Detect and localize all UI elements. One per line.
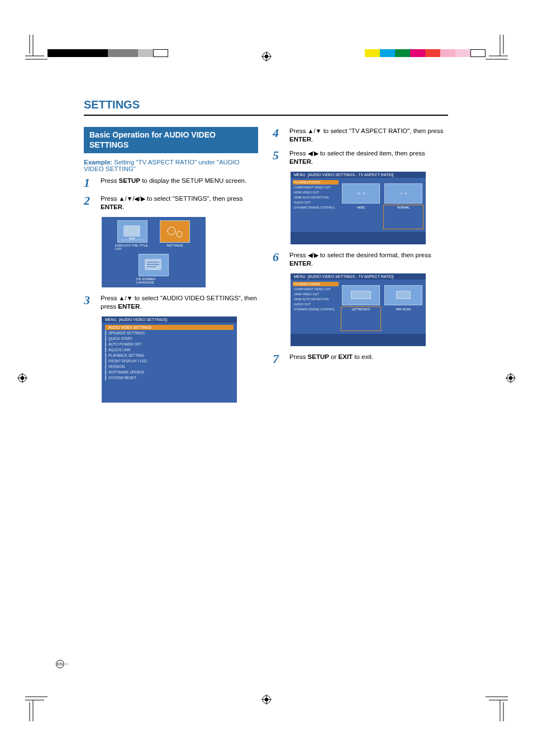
- step-7: 7 Press SETUP or EXIT to exit.: [273, 353, 447, 365]
- svg-rect-33: [129, 238, 135, 239]
- step-body: Press SETUP or EXIT to exit.: [289, 353, 373, 365]
- example-label: Example:: [84, 159, 112, 166]
- osd-footer: [291, 334, 426, 346]
- tile-label: DISPLAYS THE TITLE LIST: [115, 244, 150, 251]
- osd-setup-menu: DISPLAYS THE TITLE LIST SETTINGS: [102, 217, 206, 287]
- crop-mark: [482, 35, 508, 60]
- page-footer: EN -: [56, 660, 68, 668]
- registration-mark-icon: [506, 373, 516, 383]
- osd-left-item: COMPONENT VIDEO OUT: [293, 185, 339, 190]
- option-label: PAN SCAN: [384, 308, 422, 330]
- step-3: 3 Press ▲/▼ to select "AUDIO VIDEO SETTI…: [84, 294, 258, 311]
- option-pane: 16 : 9 4 : 3 WIDE NORMAL: [339, 178, 426, 232]
- option-letterbox: [342, 285, 380, 305]
- tile-label: ON SCREEN LANGUAGE: [136, 277, 171, 284]
- osd-left-item: HDMI VIDEO OUT: [293, 190, 339, 195]
- option-label: WIDE: [342, 206, 380, 228]
- osd-header: MENU [AUDIO VIDEO SETTINGS - TV ASPECT R…: [291, 172, 426, 178]
- osd-left-item: DYNAMIC RANGE CONTROL: [293, 307, 339, 311]
- step-2: 2 Press ▲/▼/◀/▶ to select "SETTINGS", th…: [84, 195, 258, 211]
- step-body: Press ▲/▼/◀/▶ to select "SETTINGS", then…: [101, 195, 258, 211]
- arrow-up-down-icon: ▲/▼: [119, 295, 133, 301]
- osd-left-item: AUDIO OUT: [293, 302, 339, 306]
- osd-aspect-ratio-item: MENU [AUDIO VIDEO SETTINGS - TV ASPECT R…: [291, 172, 426, 244]
- step-number: 7: [273, 353, 283, 365]
- page-dash: -: [66, 660, 68, 667]
- osd-list-item: SYSTEM RESET: [105, 375, 234, 380]
- step-4: 4 Press ▲/▼ to select "TV ASPECT RATIO",…: [273, 127, 447, 144]
- registration-mark-icon: [261, 51, 272, 62]
- osd-left-item: TV ASPECT RATIO: [293, 282, 339, 286]
- arrow-up-down-icon: ▲/▼: [308, 127, 322, 134]
- step-body: Press ◀/▶ to select the desired item, th…: [289, 149, 447, 166]
- subheader: Basic Operation for AUDIO VIDEO SETTINGS: [84, 127, 258, 153]
- lang-badge: EN: [56, 660, 64, 668]
- step-body: Press ◀/▶ to select the desired format, …: [289, 251, 447, 268]
- step-6: 6 Press ◀/▶ to select the desired format…: [273, 251, 447, 268]
- tile-label: SETTINGS: [167, 244, 183, 247]
- svg-point-36: [177, 231, 182, 237]
- option-4-3: 4 : 3: [384, 183, 422, 204]
- step-number: 2: [84, 195, 94, 211]
- osd-list-item: AQUOS LINK: [105, 347, 234, 352]
- osd-list-item: PLAYBACK SETTING: [105, 353, 234, 358]
- option-16-9: 16 : 9: [342, 183, 380, 204]
- osd-aspect-ratio-format: MENU [AUDIO VIDEO SETTINGS - TV ASPECT R…: [291, 273, 426, 346]
- osd-header: MENU [AUDIO VIDEO SETTINGS]: [102, 316, 237, 323]
- registration-mark-icon: [17, 373, 27, 383]
- step-1: 1 Press SETUP to display the SETUP MENU …: [84, 177, 258, 189]
- osd-footer: [291, 232, 426, 244]
- osd-list-item: QUICK START: [105, 336, 234, 341]
- step-body: Press ▲/▼ to select "AUDIO VIDEO SETTING…: [101, 294, 258, 311]
- osd-left-item: HDMI AUTO DETECTION: [293, 297, 339, 301]
- page-title: SETTINGS: [84, 98, 448, 116]
- tile-on-screen-language: ON SCREEN LANGUAGE: [136, 254, 171, 284]
- svg-point-35: [168, 227, 175, 235]
- registration-mark-icon: [261, 694, 272, 705]
- osd-header: MENU [AUDIO VIDEO SETTINGS - TV ASPECT R…: [291, 273, 426, 280]
- osd-list-item: AUDIO VIDEO SETTINGS: [105, 325, 234, 330]
- step-number: 5: [273, 149, 283, 166]
- step-number: 3: [84, 294, 94, 311]
- crop-mark: [482, 696, 508, 721]
- step-number: 4: [273, 127, 283, 144]
- arrow-left-right-icon: ◀/▶: [308, 252, 318, 258]
- step-number: 6: [273, 251, 283, 268]
- step-5: 5 Press ◀/▶ to select the desired item, …: [273, 149, 447, 166]
- osd-list-item: VERSION: [105, 364, 234, 369]
- arrow-up-down-left-right-icon: ▲/▼/◀/▶: [119, 195, 145, 202]
- osd-left-item: DYNAMIC RANGE CONTROL: [293, 205, 339, 210]
- osd-left-item: COMPONENT VIDEO OUT: [293, 287, 339, 291]
- gears-icon: [160, 220, 190, 243]
- option-pane: LETTER BOX PAN SCAN: [339, 280, 426, 334]
- osd-left-item: AUDIO OUT: [293, 200, 339, 205]
- color-swatch-bar-left: [47, 49, 168, 57]
- tv-icon: [117, 220, 147, 243]
- step-body: Press ▲/▼ to select "TV ASPECT RATIO", t…: [289, 127, 447, 144]
- color-swatch-bar-right: [365, 49, 486, 57]
- osd-left-item: TV ASPECT RATIO: [293, 180, 339, 185]
- option-label-selected: NORMAL: [384, 206, 422, 228]
- tv-icon: [139, 254, 169, 276]
- osd-list-item: AUTO POWER OFF: [105, 342, 234, 347]
- step-number: 1: [84, 177, 94, 189]
- tile-settings: SETTINGS: [158, 220, 192, 251]
- tile-title-list: DISPLAYS THE TITLE LIST: [115, 220, 150, 251]
- osd-list-item: SOFTWARE UPDATE: [105, 370, 234, 375]
- osd-list-item: FRONT DISPLAY / LED: [105, 358, 234, 363]
- crop-mark: [25, 696, 51, 721]
- option-label-selected: LETTER BOX: [342, 308, 380, 330]
- osd-list-item: SPEAKER SETTINGS: [105, 330, 234, 336]
- example-line: Example: Setting "TV ASPECT RATIO" under…: [84, 159, 258, 172]
- step-body: Press SETUP to display the SETUP MENU sc…: [101, 177, 246, 189]
- osd-settings-list: MENU [AUDIO VIDEO SETTINGS] AUDIO VIDEO …: [102, 316, 237, 403]
- arrow-left-right-icon: ◀/▶: [308, 150, 318, 157]
- option-panscan: [384, 285, 422, 305]
- osd-left-item: HDMI AUTO DETECTION: [293, 195, 339, 200]
- osd-left-item: HDMI VIDEO OUT: [293, 292, 339, 296]
- svg-rect-32: [123, 225, 140, 237]
